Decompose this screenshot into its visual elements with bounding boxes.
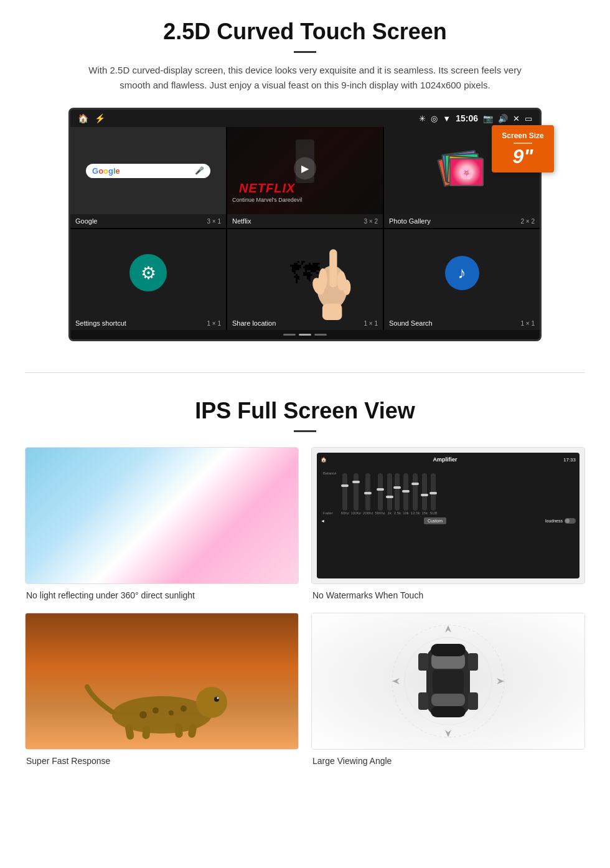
flower-photo: 🌸 [449, 158, 484, 186]
eq-bar-25k: 2.5k [394, 473, 401, 515]
device-mockup: Screen Size 9" 🏠 ⚡ ✳ ◎ ▼ 15:06 📷 🔊 ✕ [68, 108, 542, 341]
google-logo: Google [92, 166, 120, 176]
home-icon: 🏠 [78, 113, 88, 123]
share-label: Share location 1 × 1 [227, 316, 383, 330]
google-bg: Google 🎤 [70, 127, 226, 214]
share-tile[interactable]: 🗺 Share location 1 × 1 [227, 229, 383, 330]
toggle-pill[interactable] [565, 518, 576, 524]
svg-point-8 [196, 687, 227, 718]
google-tile[interactable]: Google 🎤 Google 3 × 1 [70, 127, 226, 228]
gear-icon: ⚙ [141, 263, 156, 283]
custom-button[interactable]: Custom [424, 517, 446, 524]
section-ips: IPS Full Screen View No light reflecting… [0, 392, 610, 778]
netflix-bg: ▶ NETFLIX Continue Marvel's Daredevil [227, 127, 383, 214]
settings-tile[interactable]: ⚙ Settings shortcut 1 × 1 [70, 229, 226, 330]
music-note-icon: ♪ [458, 263, 466, 283]
google-label: Google 3 × 1 [70, 214, 226, 228]
settings-size: 1 × 1 [207, 320, 221, 327]
window-icon: ▭ [525, 114, 532, 123]
eq-handle-10k [402, 490, 410, 493]
netflix-tile-inner: ▶ NETFLIX Continue Marvel's Daredevil [227, 127, 383, 214]
netflix-info: NETFLIX Continue Marvel's Daredevil [232, 181, 302, 203]
share-bg: 🗺 [227, 229, 383, 316]
settings-tile-inner: ⚙ [70, 229, 226, 316]
eq-bar-sub: SUB [429, 473, 437, 515]
feature-sunlight-image [25, 447, 299, 584]
amp-home-icon: 🏠 [321, 457, 327, 463]
feature-grid: No light reflecting under 360° direct su… [25, 447, 585, 766]
eq-label-125k: 12.5k [411, 511, 420, 515]
netflix-label: Netflix 3 × 2 [227, 214, 383, 228]
svg-rect-23 [431, 694, 465, 706]
gallery-size: 2 × 2 [520, 218, 535, 225]
netflix-size: 3 × 2 [364, 218, 378, 225]
share-name: Share location [232, 319, 276, 327]
amp-title: Amplifier [433, 456, 457, 463]
feature-watermark-label: No Watermarks When Touch [311, 590, 585, 600]
status-bar-right: ✳ ◎ ▼ 15:06 📷 🔊 ✕ ▭ [419, 113, 532, 123]
feature-viewing-label: Large Viewing Angle [311, 756, 585, 766]
svg-rect-25 [431, 706, 466, 717]
eq-label-100hz: 100hz [351, 511, 361, 515]
eq-handle-15k [421, 494, 428, 496]
netflix-sub: Continue Marvel's Daredevil [232, 197, 302, 203]
dot-3 [314, 334, 327, 336]
eq-bar-15k: 15k [422, 473, 428, 515]
eq-handle-125k [411, 483, 419, 485]
car-top-svg [386, 619, 510, 743]
eq-track-15k [422, 473, 427, 511]
svg-point-18 [217, 697, 219, 699]
wifi-icon: ▼ [443, 114, 451, 123]
eq-handle-200hz [364, 492, 372, 494]
eq-bar-10k: 10k [403, 473, 409, 515]
section1-description: With 2.5D curved-display screen, this de… [87, 63, 523, 93]
dot-1 [283, 334, 296, 336]
feature-viewing-image [311, 613, 585, 750]
eq-label-500hz: 500hz [375, 511, 385, 515]
google-search-bar[interactable]: Google 🎤 [86, 164, 210, 178]
sound-label: Sound Search 1 × 1 [384, 316, 540, 330]
feature-watermark: 🏠 Amplifier 17:33 Balance Fader [311, 447, 585, 600]
sky-background [26, 448, 298, 583]
svg-rect-29 [468, 692, 478, 710]
sound-tile[interactable]: ♪ Sound Search 1 × 1 [384, 229, 540, 330]
eq-handle-sub [429, 492, 437, 494]
badge-label: Screen Size [500, 131, 545, 140]
amplifier-image: 🏠 Amplifier 17:33 Balance Fader [312, 448, 584, 583]
status-bar-left: 🏠 ⚡ [78, 113, 105, 123]
dot-2 [299, 334, 311, 336]
status-time: 15:06 [456, 113, 478, 123]
app-grid: Google 🎤 Google 3 × 1 [70, 127, 540, 330]
usb-icon: ⚡ [95, 113, 105, 123]
eq-bar-200hz: 200hz [363, 473, 373, 515]
settings-label: Settings shortcut 1 × 1 [70, 316, 226, 330]
amp-time: 17:33 [563, 457, 576, 463]
google-size: 3 × 1 [207, 218, 221, 225]
google-tile-inner: Google 🎤 [70, 127, 226, 214]
camera-icon: 📷 [483, 114, 493, 123]
share-tile-inner: 🗺 [227, 229, 383, 316]
amp-screen: 🏠 Amplifier 17:33 Balance Fader [317, 453, 580, 578]
play-button[interactable]: ▶ [294, 157, 316, 179]
eq-label-1k: 1k [388, 511, 392, 515]
section1-title: 2.5D Curved Touch Screen [37, 19, 573, 45]
svg-rect-28 [418, 692, 428, 710]
badge-size: 9" [513, 145, 533, 167]
section2-title: IPS Full Screen View [25, 398, 585, 424]
section2-divider [294, 430, 316, 432]
eq-handle-60hz [341, 484, 349, 487]
eq-track-100hz [354, 473, 359, 511]
eq-bar-100hz: 100hz [351, 473, 361, 515]
amp-equalizer: Balance Fader 60hz [321, 465, 576, 515]
feature-speed: Super Fast Response [25, 613, 299, 766]
share-size: 1 × 1 [364, 320, 378, 327]
netflix-tile[interactable]: ▶ NETFLIX Continue Marvel's Daredevil Ne… [227, 127, 383, 228]
bluetooth-icon: ✳ [419, 114, 426, 123]
feature-viewing: Large Viewing Angle [311, 613, 585, 766]
x-icon: ✕ [513, 114, 520, 123]
loudness-label: loudness [545, 519, 563, 523]
feature-sunlight: No light reflecting under 360° direct su… [25, 447, 299, 600]
eq-balance-label: Balance [323, 471, 337, 475]
svg-rect-27 [468, 653, 478, 671]
feature-watermark-image: 🏠 Amplifier 17:33 Balance Fader [311, 447, 585, 584]
